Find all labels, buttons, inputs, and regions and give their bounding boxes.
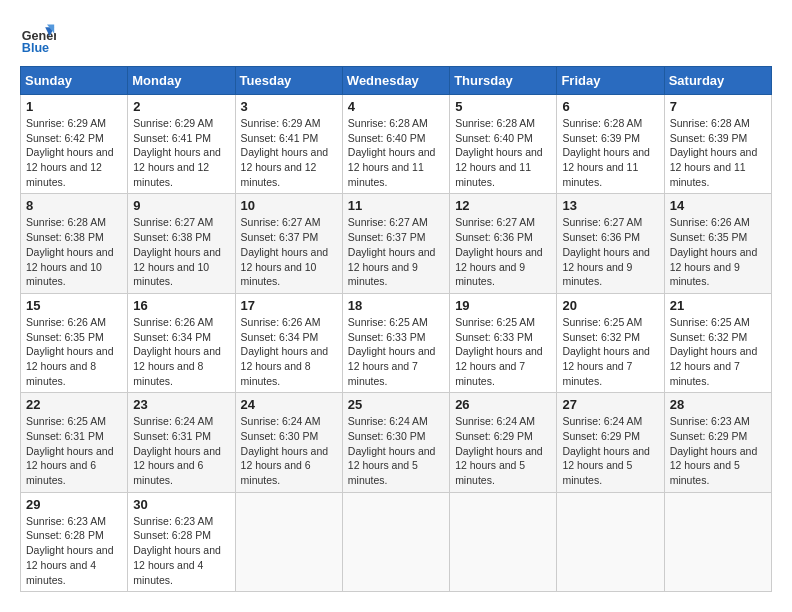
calendar-week-row: 15 Sunrise: 6:26 AM Sunset: 6:35 PM Dayl… [21, 293, 772, 392]
day-of-week-header: Sunday [21, 67, 128, 95]
day-info: Sunrise: 6:25 AM Sunset: 6:33 PM Dayligh… [455, 315, 551, 388]
day-info: Sunrise: 6:25 AM Sunset: 6:32 PM Dayligh… [562, 315, 658, 388]
day-number: 1 [26, 99, 122, 114]
day-number: 5 [455, 99, 551, 114]
day-number: 17 [241, 298, 337, 313]
calendar-cell [235, 492, 342, 591]
day-info: Sunrise: 6:28 AM Sunset: 6:39 PM Dayligh… [670, 116, 766, 189]
logo: General Blue [20, 20, 56, 56]
day-number: 15 [26, 298, 122, 313]
day-info: Sunrise: 6:23 AM Sunset: 6:28 PM Dayligh… [26, 514, 122, 587]
day-number: 25 [348, 397, 444, 412]
day-info: Sunrise: 6:24 AM Sunset: 6:29 PM Dayligh… [455, 414, 551, 487]
day-info: Sunrise: 6:26 AM Sunset: 6:35 PM Dayligh… [26, 315, 122, 388]
day-info: Sunrise: 6:25 AM Sunset: 6:32 PM Dayligh… [670, 315, 766, 388]
calendar-cell [342, 492, 449, 591]
day-number: 2 [133, 99, 229, 114]
day-info: Sunrise: 6:26 AM Sunset: 6:35 PM Dayligh… [670, 215, 766, 288]
calendar-cell: 4 Sunrise: 6:28 AM Sunset: 6:40 PM Dayli… [342, 95, 449, 194]
calendar-cell: 18 Sunrise: 6:25 AM Sunset: 6:33 PM Dayl… [342, 293, 449, 392]
calendar-cell: 27 Sunrise: 6:24 AM Sunset: 6:29 PM Dayl… [557, 393, 664, 492]
calendar-week-row: 1 Sunrise: 6:29 AM Sunset: 6:42 PM Dayli… [21, 95, 772, 194]
calendar-cell: 23 Sunrise: 6:24 AM Sunset: 6:31 PM Dayl… [128, 393, 235, 492]
day-info: Sunrise: 6:24 AM Sunset: 6:29 PM Dayligh… [562, 414, 658, 487]
day-of-week-header: Wednesday [342, 67, 449, 95]
day-info: Sunrise: 6:27 AM Sunset: 6:37 PM Dayligh… [241, 215, 337, 288]
day-of-week-header: Saturday [664, 67, 771, 95]
day-info: Sunrise: 6:28 AM Sunset: 6:38 PM Dayligh… [26, 215, 122, 288]
calendar-cell: 16 Sunrise: 6:26 AM Sunset: 6:34 PM Dayl… [128, 293, 235, 392]
day-number: 14 [670, 198, 766, 213]
day-of-week-header: Tuesday [235, 67, 342, 95]
day-info: Sunrise: 6:24 AM Sunset: 6:30 PM Dayligh… [348, 414, 444, 487]
day-number: 22 [26, 397, 122, 412]
day-number: 20 [562, 298, 658, 313]
calendar-cell: 13 Sunrise: 6:27 AM Sunset: 6:36 PM Dayl… [557, 194, 664, 293]
calendar-cell: 11 Sunrise: 6:27 AM Sunset: 6:37 PM Dayl… [342, 194, 449, 293]
day-number: 18 [348, 298, 444, 313]
day-number: 28 [670, 397, 766, 412]
day-number: 24 [241, 397, 337, 412]
calendar-cell: 22 Sunrise: 6:25 AM Sunset: 6:31 PM Dayl… [21, 393, 128, 492]
day-number: 27 [562, 397, 658, 412]
day-number: 29 [26, 497, 122, 512]
day-number: 7 [670, 99, 766, 114]
calendar-week-row: 29 Sunrise: 6:23 AM Sunset: 6:28 PM Dayl… [21, 492, 772, 591]
calendar-cell: 12 Sunrise: 6:27 AM Sunset: 6:36 PM Dayl… [450, 194, 557, 293]
calendar-cell: 29 Sunrise: 6:23 AM Sunset: 6:28 PM Dayl… [21, 492, 128, 591]
calendar-body: 1 Sunrise: 6:29 AM Sunset: 6:42 PM Dayli… [21, 95, 772, 592]
day-number: 11 [348, 198, 444, 213]
day-info: Sunrise: 6:28 AM Sunset: 6:40 PM Dayligh… [348, 116, 444, 189]
calendar-cell [557, 492, 664, 591]
day-number: 23 [133, 397, 229, 412]
day-number: 8 [26, 198, 122, 213]
calendar-week-row: 8 Sunrise: 6:28 AM Sunset: 6:38 PM Dayli… [21, 194, 772, 293]
day-number: 13 [562, 198, 658, 213]
day-info: Sunrise: 6:29 AM Sunset: 6:42 PM Dayligh… [26, 116, 122, 189]
calendar-cell: 9 Sunrise: 6:27 AM Sunset: 6:38 PM Dayli… [128, 194, 235, 293]
calendar-cell: 24 Sunrise: 6:24 AM Sunset: 6:30 PM Dayl… [235, 393, 342, 492]
day-info: Sunrise: 6:27 AM Sunset: 6:36 PM Dayligh… [562, 215, 658, 288]
calendar-cell: 14 Sunrise: 6:26 AM Sunset: 6:35 PM Dayl… [664, 194, 771, 293]
day-number: 3 [241, 99, 337, 114]
calendar-header-row: SundayMondayTuesdayWednesdayThursdayFrid… [21, 67, 772, 95]
logo-icon: General Blue [20, 20, 56, 56]
day-of-week-header: Monday [128, 67, 235, 95]
calendar-cell: 19 Sunrise: 6:25 AM Sunset: 6:33 PM Dayl… [450, 293, 557, 392]
day-info: Sunrise: 6:25 AM Sunset: 6:31 PM Dayligh… [26, 414, 122, 487]
day-info: Sunrise: 6:26 AM Sunset: 6:34 PM Dayligh… [241, 315, 337, 388]
calendar-cell: 25 Sunrise: 6:24 AM Sunset: 6:30 PM Dayl… [342, 393, 449, 492]
day-number: 4 [348, 99, 444, 114]
calendar-cell: 1 Sunrise: 6:29 AM Sunset: 6:42 PM Dayli… [21, 95, 128, 194]
calendar-cell: 7 Sunrise: 6:28 AM Sunset: 6:39 PM Dayli… [664, 95, 771, 194]
calendar-cell: 15 Sunrise: 6:26 AM Sunset: 6:35 PM Dayl… [21, 293, 128, 392]
calendar-cell: 10 Sunrise: 6:27 AM Sunset: 6:37 PM Dayl… [235, 194, 342, 293]
calendar-cell: 20 Sunrise: 6:25 AM Sunset: 6:32 PM Dayl… [557, 293, 664, 392]
day-number: 10 [241, 198, 337, 213]
page-header: General Blue [20, 20, 772, 56]
day-info: Sunrise: 6:24 AM Sunset: 6:31 PM Dayligh… [133, 414, 229, 487]
day-number: 9 [133, 198, 229, 213]
day-number: 6 [562, 99, 658, 114]
day-info: Sunrise: 6:29 AM Sunset: 6:41 PM Dayligh… [133, 116, 229, 189]
day-info: Sunrise: 6:27 AM Sunset: 6:38 PM Dayligh… [133, 215, 229, 288]
calendar-week-row: 22 Sunrise: 6:25 AM Sunset: 6:31 PM Dayl… [21, 393, 772, 492]
calendar-cell: 17 Sunrise: 6:26 AM Sunset: 6:34 PM Dayl… [235, 293, 342, 392]
day-of-week-header: Thursday [450, 67, 557, 95]
day-info: Sunrise: 6:23 AM Sunset: 6:29 PM Dayligh… [670, 414, 766, 487]
day-info: Sunrise: 6:27 AM Sunset: 6:36 PM Dayligh… [455, 215, 551, 288]
day-number: 16 [133, 298, 229, 313]
day-info: Sunrise: 6:28 AM Sunset: 6:40 PM Dayligh… [455, 116, 551, 189]
day-info: Sunrise: 6:27 AM Sunset: 6:37 PM Dayligh… [348, 215, 444, 288]
day-info: Sunrise: 6:24 AM Sunset: 6:30 PM Dayligh… [241, 414, 337, 487]
day-number: 12 [455, 198, 551, 213]
calendar-cell: 6 Sunrise: 6:28 AM Sunset: 6:39 PM Dayli… [557, 95, 664, 194]
day-number: 26 [455, 397, 551, 412]
day-number: 19 [455, 298, 551, 313]
day-info: Sunrise: 6:23 AM Sunset: 6:28 PM Dayligh… [133, 514, 229, 587]
day-info: Sunrise: 6:28 AM Sunset: 6:39 PM Dayligh… [562, 116, 658, 189]
day-info: Sunrise: 6:29 AM Sunset: 6:41 PM Dayligh… [241, 116, 337, 189]
calendar-cell: 2 Sunrise: 6:29 AM Sunset: 6:41 PM Dayli… [128, 95, 235, 194]
day-info: Sunrise: 6:25 AM Sunset: 6:33 PM Dayligh… [348, 315, 444, 388]
calendar-cell: 21 Sunrise: 6:25 AM Sunset: 6:32 PM Dayl… [664, 293, 771, 392]
